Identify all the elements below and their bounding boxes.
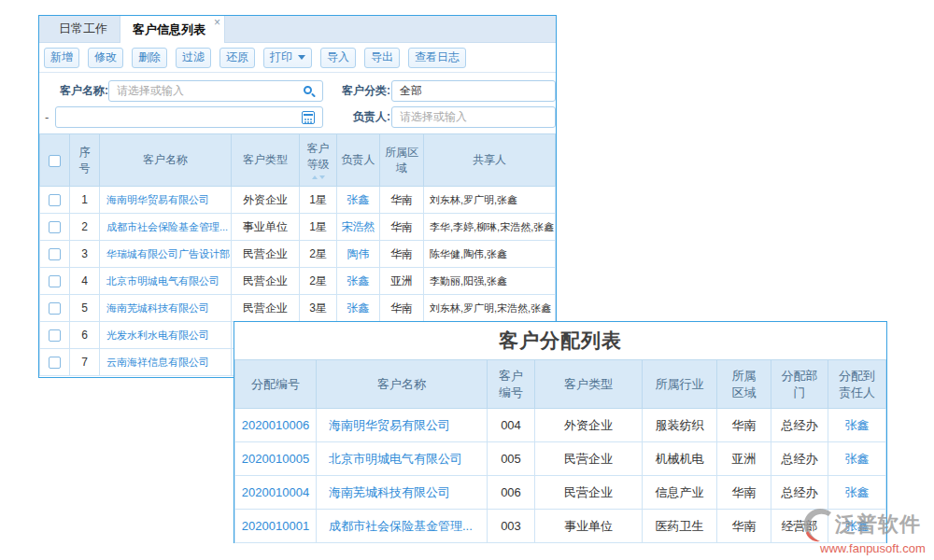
customer-name-link[interactable]: 北京市明城电气有限公司 xyxy=(317,442,488,476)
search-icon[interactable] xyxy=(304,86,312,94)
toolbar-button-import[interactable]: 导入 xyxy=(320,48,356,68)
customer-name-link[interactable]: 海南明华贸易有限公司 xyxy=(100,187,232,214)
region-cell: 华南 xyxy=(380,241,424,268)
tab-bar: 日常工作 客户信息列表 xyxy=(39,16,556,43)
customer-name-link[interactable]: 成都市社会保险基金管理... xyxy=(100,214,232,241)
sort-icon[interactable] xyxy=(304,175,333,179)
select-all-checkbox[interactable] xyxy=(49,155,61,167)
row-checkbox[interactable] xyxy=(49,275,61,287)
customer-category-label: 客户分类: xyxy=(342,80,390,102)
col-customer-level[interactable]: 客户等级 xyxy=(300,134,337,187)
owner-label: 负责人: xyxy=(353,106,390,128)
customer-name-link[interactable]: 成都市社会保险基金管理... xyxy=(317,510,488,543)
toolbar-button-modify[interactable]: 修改 xyxy=(88,48,123,68)
customer-type-cell: 外资企业 xyxy=(535,409,643,442)
customer-category-select[interactable]: 全部 xyxy=(391,80,556,102)
toolbar-button-print[interactable]: 打印 xyxy=(263,48,312,68)
dropdown-caret-icon xyxy=(298,55,305,60)
customer-code-cell: 005 xyxy=(488,442,535,476)
owner-link[interactable]: 陶伟 xyxy=(337,241,380,268)
owner-link[interactable]: 张鑫 xyxy=(337,268,380,295)
shared-people-cell: 陈华健,陶伟,张鑫 xyxy=(424,241,556,268)
toolbar-button-export[interactable]: 导出 xyxy=(364,48,400,68)
customer-name-link[interactable]: 北京市明城电气有限公司 xyxy=(100,268,232,295)
customer-type-cell: 外资企业 xyxy=(232,187,300,214)
row-checkbox[interactable] xyxy=(49,357,61,369)
customer-level-cell: 3星 xyxy=(300,295,337,322)
customer-code-cell: 006 xyxy=(488,476,535,510)
customer-name-link[interactable]: 海南芜城科技有限公司 xyxy=(317,476,488,510)
owner-link[interactable]: 张鑫 xyxy=(337,187,380,214)
toolbar-button-filter[interactable]: 过滤 xyxy=(176,48,211,68)
assignee-link[interactable]: 张鑫 xyxy=(828,442,886,476)
col-region: 所属区域 xyxy=(717,360,771,409)
owner-link[interactable]: 宋浩然 xyxy=(337,214,380,241)
tab-customer-info-list[interactable]: 客户信息列表 xyxy=(120,16,225,43)
table-row: 3华瑞城有限公司广告设计部民营企业2星陶伟华南陈华健,陶伟,张鑫 xyxy=(40,241,556,268)
col-owner: 负责人 xyxy=(337,134,380,187)
col-customer-name: 客户名称 xyxy=(317,360,488,409)
allocation-id-link[interactable]: 2020010005 xyxy=(235,442,317,476)
customer-name-link[interactable]: 光发水利水电有限公司 xyxy=(100,322,232,349)
toolbar-button-view-log[interactable]: 查看日志 xyxy=(408,48,466,68)
row-index: 4 xyxy=(70,268,100,295)
row-checkbox[interactable] xyxy=(49,221,61,233)
date-input[interactable] xyxy=(55,106,323,128)
allocation-id-link[interactable]: 2020010004 xyxy=(235,476,317,510)
allocation-dept-cell: 总经办 xyxy=(771,476,828,510)
allocation-panel-title: 客户分配列表 xyxy=(234,322,886,359)
table-row: 2020010005北京市明城电气有限公司005民营企业机械机电亚洲总经办张鑫 xyxy=(235,442,886,476)
col-customer-code: 客户编号 xyxy=(488,360,535,409)
customer-type-cell: 民营企业 xyxy=(232,268,300,295)
toolbar: 新增修改删除过滤还原打印导入导出查看日志 xyxy=(39,43,556,73)
customer-code-cell: 004 xyxy=(488,409,535,442)
tab-label: 客户信息列表 xyxy=(133,21,205,38)
assignee-link[interactable]: 张鑫 xyxy=(828,409,886,442)
toolbar-button-add[interactable]: 新增 xyxy=(44,48,79,68)
col-shared: 共享人 xyxy=(424,134,556,187)
table-row: 2020010001成都市社会保险基金管理...003事业单位医药卫生华南经营部… xyxy=(235,510,886,543)
row-index: 3 xyxy=(70,241,100,268)
customer-type-cell: 事业单位 xyxy=(535,510,643,543)
col-region: 所属区域 xyxy=(380,134,424,187)
industry-cell: 服装纺织 xyxy=(643,409,717,442)
assignee-link[interactable]: 张鑫 xyxy=(828,476,886,510)
owner-input[interactable]: 请选择或输入 xyxy=(391,106,556,128)
customer-name-input[interactable]: 请选择或输入 xyxy=(108,80,323,102)
row-checkbox[interactable] xyxy=(49,329,61,342)
region-cell: 华南 xyxy=(380,295,424,322)
col-industry: 所属行业 xyxy=(643,360,717,409)
row-checkbox[interactable] xyxy=(49,302,61,315)
brand-watermark: 泛普软件 www.fanpusoft.com xyxy=(801,506,926,555)
col-customer-name: 客户名称 xyxy=(100,134,232,187)
row-index: 7 xyxy=(70,349,100,376)
region-cell: 华南 xyxy=(717,476,771,510)
customer-name-link[interactable]: 云南海祥信息有限公司 xyxy=(100,349,232,376)
toolbar-button-restore[interactable]: 还原 xyxy=(219,48,255,68)
col-index: 序号 xyxy=(70,134,100,187)
customer-name-link[interactable]: 海南芜城科技有限公司 xyxy=(100,295,232,322)
brand-url: www.fanpusoft.com xyxy=(820,541,926,555)
customer-name-link[interactable]: 华瑞城有限公司广告设计部 xyxy=(100,241,232,268)
allocation-id-link[interactable]: 2020010001 xyxy=(235,510,317,543)
toolbar-button-delete[interactable]: 删除 xyxy=(132,48,167,68)
row-index: 1 xyxy=(70,187,100,214)
customer-level-cell: 1星 xyxy=(300,187,337,214)
tab-daily-work[interactable]: 日常工作 xyxy=(47,16,120,42)
customer-name-link[interactable]: 海南明华贸易有限公司 xyxy=(317,409,488,442)
brand-name: 泛普软件 xyxy=(835,511,921,539)
table-row: 2020010006海南明华贸易有限公司004外资企业服装纺织华南总经办张鑫 xyxy=(235,409,886,442)
tab-close-icon[interactable] xyxy=(214,17,220,28)
region-cell: 亚洲 xyxy=(380,268,424,295)
placeholder: 请选择或输入 xyxy=(400,110,467,123)
calendar-icon[interactable] xyxy=(302,111,315,124)
allocation-id-link[interactable]: 2020010006 xyxy=(235,409,317,442)
shared-people-cell: 李勤丽,阳强,张鑫 xyxy=(424,268,556,295)
region-cell: 华南 xyxy=(717,510,771,543)
row-index: 6 xyxy=(70,322,100,349)
toolbar-button-label: 还原 xyxy=(226,49,248,65)
industry-cell: 机械机电 xyxy=(643,442,717,476)
owner-link[interactable]: 张鑫 xyxy=(337,295,380,322)
row-checkbox[interactable] xyxy=(49,194,61,206)
row-checkbox[interactable] xyxy=(49,248,61,260)
